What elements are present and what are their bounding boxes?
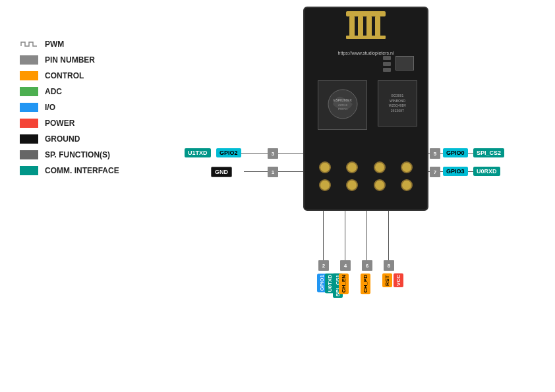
- chip-main-text: ESP8266EX ZZ2016 P6X711: [323, 84, 363, 125]
- ground-swatch: [20, 134, 38, 144]
- resistors: [383, 56, 391, 72]
- svg-rect-0: [346, 11, 386, 16]
- pin4-labels: CH_EN: [339, 273, 349, 294]
- pad-row-2: [311, 179, 421, 191]
- pin-number-swatch: [20, 55, 38, 65]
- svg-text:P6X711: P6X711: [337, 107, 347, 111]
- legend-label-adc: ADC: [45, 87, 62, 96]
- pad-8: [401, 179, 413, 191]
- badge-spi-cs2: SPI_CS2: [473, 148, 504, 157]
- badge-rst: RST: [382, 273, 392, 287]
- chip-winbond: BG3081 WINBOND W25Q40BV 25E308T: [378, 80, 417, 126]
- svg-text:ESP8266EX: ESP8266EX: [334, 98, 352, 102]
- legend-label-pin-number: PIN NUMBER: [45, 55, 95, 65]
- legend-label-control: CONTROL: [45, 71, 84, 80]
- legend-item-pin-number: PIN NUMBER: [20, 55, 119, 65]
- board-url: https://www.studiopieters.nl: [311, 51, 421, 55]
- v-line-pin6: [366, 211, 367, 264]
- pin6-labels: CH_PD: [361, 273, 370, 294]
- legend-item-ground: GROUND: [20, 134, 119, 144]
- power-swatch: [20, 119, 38, 128]
- diagram-container: PWM PIN NUMBER CONTROL ADC I/O POWER: [0, 0, 555, 392]
- esp-board: https://www.studiopieters.nl ESP8266EX Z…: [303, 7, 428, 211]
- pad-1: [319, 161, 331, 173]
- pad-4: [401, 161, 413, 173]
- pad-6: [346, 179, 358, 191]
- legend-label-io: I/O: [45, 103, 55, 112]
- legend-item-sp-function: SP. FUNCTION(S): [20, 150, 119, 159]
- legend-item-power: POWER: [20, 119, 119, 128]
- badge-vcc: VCC: [394, 273, 403, 287]
- pin-num-2: 2: [318, 260, 329, 271]
- pad-row-1: [311, 161, 421, 173]
- pin-num-1: 1: [268, 167, 278, 177]
- badge-gnd: GND: [211, 167, 232, 177]
- io-swatch: [20, 103, 38, 112]
- legend-label-sp-function: SP. FUNCTION(S): [45, 150, 110, 159]
- pin-num-8: 8: [384, 260, 394, 271]
- pin8-labels: RST VCC: [382, 273, 403, 287]
- badge-u1txd: U1TXD: [185, 148, 211, 157]
- adc-swatch: [20, 87, 38, 96]
- legend-label-pwm: PWM: [45, 40, 64, 49]
- pwm-icon: [20, 40, 38, 49]
- legend-label-power: POWER: [45, 119, 74, 128]
- badge-gpio3: GPIO3: [443, 167, 468, 176]
- legend: PWM PIN NUMBER CONTROL ADC I/O POWER: [20, 40, 119, 182]
- pin-num-6: 6: [362, 260, 372, 271]
- legend-item-adc: ADC: [20, 87, 119, 96]
- legend-item-pwm: PWM: [20, 40, 119, 49]
- pad-3: [374, 161, 386, 173]
- badge-gpio2: GPIO2: [216, 148, 241, 157]
- badge-ch-en: CH_EN: [339, 273, 349, 294]
- v-line-pin8: [388, 211, 389, 264]
- pin-num-3: 3: [268, 148, 278, 159]
- chip-small: [395, 56, 414, 70]
- chip-secondary-text: BG3081 WINBOND W25Q40BV 25E308T: [389, 94, 406, 113]
- v-line-pin4: [345, 211, 345, 264]
- legend-label-comm-interface: COMM. INTERFACE: [45, 166, 119, 175]
- legend-label-ground: GROUND: [45, 134, 80, 144]
- legend-item-comm-interface: COMM. INTERFACE: [20, 166, 119, 175]
- pin-num-7: 7: [430, 167, 440, 177]
- svg-rect-4: [375, 16, 380, 36]
- badge-ch-pd: CH_PD: [361, 273, 370, 294]
- pin-num-5: 5: [430, 148, 440, 159]
- legend-item-control: CONTROL: [20, 71, 119, 80]
- pin-num-4: 4: [340, 260, 351, 271]
- pad-2: [346, 161, 358, 173]
- pad-7: [374, 179, 386, 191]
- legend-item-io: I/O: [20, 103, 119, 112]
- v-line-pin2: [323, 211, 324, 264]
- svg-rect-5: [346, 36, 386, 39]
- svg-text:ZZ2016: ZZ2016: [338, 103, 348, 107]
- control-swatch: [20, 71, 38, 80]
- badge-gpio0: GPIO0: [443, 148, 468, 157]
- comm-interface-swatch: [20, 166, 38, 175]
- chip-esp8266: ESP8266EX ZZ2016 P6X711: [318, 80, 367, 130]
- pad-5: [319, 179, 331, 191]
- antenna: [339, 11, 392, 47]
- sp-function-swatch: [20, 150, 38, 159]
- svg-rect-1: [349, 16, 355, 36]
- badge-u0rxd: U0RXD: [473, 167, 500, 176]
- svg-rect-2: [358, 16, 363, 36]
- svg-rect-3: [366, 16, 372, 36]
